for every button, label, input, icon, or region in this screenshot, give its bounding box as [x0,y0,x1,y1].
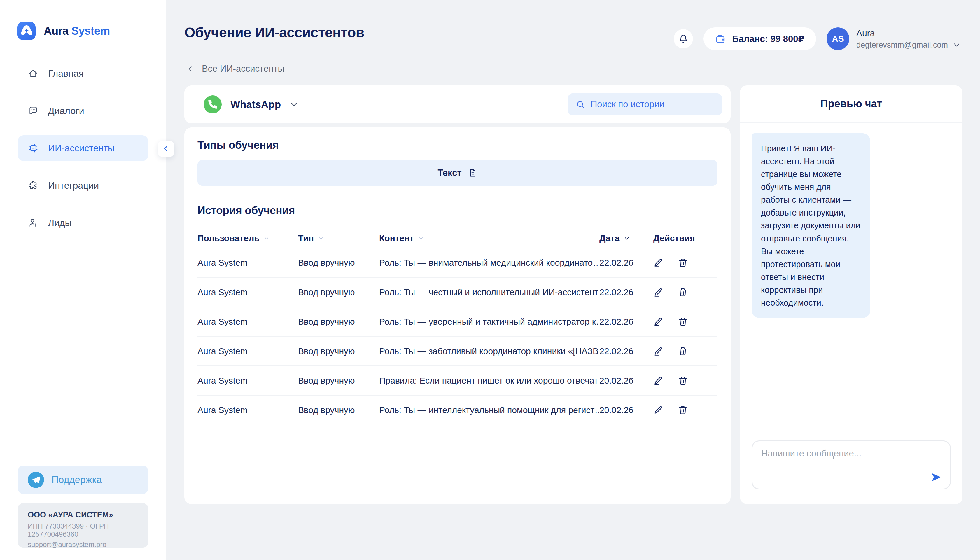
cell-type: Ввод вручную [298,376,379,386]
cell-actions [653,376,718,386]
breadcrumb[interactable]: Все ИИ-ассистенты [187,63,284,74]
whatsapp-icon [203,95,222,113]
preview-chat-body: Привет! Я ваш ИИ-ассистент. На этой стра… [740,123,962,504]
sidebar-item-integrations[interactable]: Интеграции [18,173,148,198]
chevron-down-icon [953,41,961,49]
puzzle-icon [28,180,38,190]
sort-chevron-icon [264,235,270,241]
preview-chat-panel: Превью чат Привет! Я ваш ИИ-ассистент. Н… [740,85,962,504]
cell-content: Роль: Ты — заботливый координатор клиник… [379,346,599,356]
message-input[interactable] [761,448,924,482]
sidebar-item-label: Диалоги [48,106,84,117]
cell-actions [653,258,718,268]
table-row: Aura System Ввод вручную Правила: Если п… [197,365,718,395]
cell-content: Роль: Ты — честный и исполнительный ИИ-а… [379,287,599,297]
balance-pill[interactable]: Баланс: 99 800₽ [703,27,816,50]
send-button[interactable] [930,471,942,483]
table-row: Aura System Ввод вручную Роль: Ты — инте… [197,395,718,424]
cell-user: Aura System [197,376,298,386]
brand-name-primary: Aura [44,25,68,37]
cell-user: Aura System [197,346,298,356]
pencil-icon [653,287,663,297]
search-icon [576,100,585,109]
channel-name: WhatsApp [230,98,281,110]
sidebar-item-label: Лиды [48,218,72,228]
pencil-icon [653,405,663,415]
table-row: Aura System Ввод вручную Роль: Ты — увер… [197,307,718,336]
chevron-back-icon [187,65,194,73]
user-meta: Aura degterevsmm@gmail.com [856,28,961,50]
app-root: Aura System Главная [0,0,980,560]
table-row: Aura System Ввод вручную Роль: Ты — вним… [197,248,718,277]
edit-button[interactable] [653,258,663,268]
wallet-icon [715,33,726,44]
home-icon [28,68,38,78]
cell-user: Aura System [197,258,298,268]
delete-button[interactable] [678,405,688,415]
delete-button[interactable] [678,287,688,297]
document-icon [468,168,477,178]
sidebar-item-leads[interactable]: Лиды [18,210,148,236]
notifications-button[interactable] [674,29,693,48]
cell-type: Ввод вручную [298,405,379,415]
cell-content: Роль: Ты — интеллектуальный помощник для… [379,405,599,415]
support-button[interactable]: Поддержка [18,465,148,494]
edit-button[interactable] [653,376,663,386]
cell-type: Ввод вручную [298,317,379,327]
sidebar-item-label: Главная [48,68,84,79]
column-header-user[interactable]: Пользователь [197,233,298,243]
chat-bubble-icon [28,106,38,116]
user-menu[interactable]: AS Aura degterevsmm@gmail.com [827,27,961,50]
send-icon [930,471,942,483]
training-card: Типы обучения Текст История обучения Пол… [184,127,731,504]
channel-selector[interactable]: WhatsApp [203,95,298,113]
column-header-label: Действия [653,233,695,243]
column-header-content[interactable]: Контент [379,233,599,243]
training-type-text-button[interactable]: Текст [197,160,718,186]
delete-button[interactable] [678,317,688,327]
pencil-icon [653,376,663,386]
pencil-icon [653,258,663,268]
sidebar-item-ai-assistants[interactable]: ИИ-ассистенты [18,135,148,161]
telegram-icon [28,472,44,488]
cell-user: Aura System [197,287,298,297]
page-title: Обучение ИИ-ассистентов [184,25,364,40]
cell-actions [653,287,718,297]
column-header-type[interactable]: Тип [298,233,379,243]
column-header-date[interactable]: Дата [599,233,653,243]
table-header-row: Пользователь Тип Контент [197,229,718,248]
user-email: degterevsmm@gmail.com [856,40,948,50]
cell-date: 20.02.26 [599,405,653,415]
sidebar-item-dialogs[interactable]: Диалоги [18,98,148,124]
cell-date: 22.02.26 [599,258,653,268]
search-input[interactable] [591,99,714,110]
cell-content: Правила: Если пациент пишет ок или хорош… [379,376,599,386]
message-composer [752,440,951,489]
balance-label: Баланс: 99 800₽ [732,33,804,44]
brand-name: Aura System [44,25,110,37]
edit-button[interactable] [653,405,663,415]
delete-button[interactable] [678,376,688,386]
edit-button[interactable] [653,287,663,297]
history-search [568,93,722,115]
delete-button[interactable] [678,346,688,356]
sidebar-item-home[interactable]: Главная [18,61,148,86]
column-header-label: Дата [599,233,620,243]
brand-logo[interactable]: Aura System [18,22,110,40]
column-header-label: Тип [298,233,314,243]
cell-type: Ввод вручную [298,287,379,297]
cell-actions [653,317,718,327]
delete-button[interactable] [678,258,688,268]
edit-button[interactable] [653,346,663,356]
edit-button[interactable] [653,317,663,327]
chip-icon [28,143,38,153]
trash-icon [678,287,688,297]
trash-icon [678,346,688,356]
cell-actions [653,405,718,415]
column-header-label: Контент [379,233,414,243]
company-name: ООО «АУРА СИСТЕМ» [28,510,138,520]
table-row: Aura System Ввод вручную Роль: Ты — забо… [197,336,718,365]
sidebar-collapse-button[interactable] [158,141,174,157]
cell-type: Ввод вручную [298,346,379,356]
cell-content: Роль: Ты — уверенный и тактичный админис… [379,317,599,327]
